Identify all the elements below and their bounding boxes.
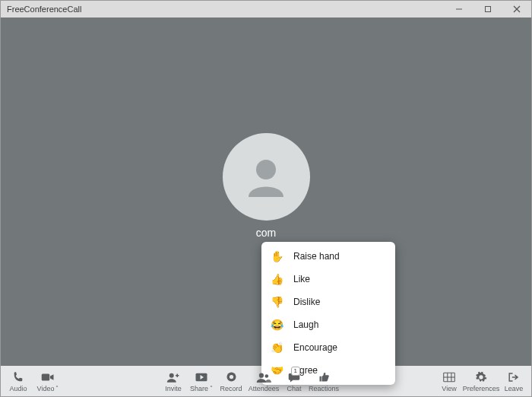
- grid-icon: [443, 370, 455, 384]
- maximize-button[interactable]: [473, 1, 502, 17]
- svg-point-10: [229, 375, 233, 379]
- attendees-icon: [256, 370, 271, 384]
- chevron-up-icon: ˄: [55, 385, 59, 392]
- view-button[interactable]: View: [437, 367, 461, 395]
- svg-point-6: [169, 373, 174, 377]
- gear-icon: [475, 370, 487, 384]
- reaction-label: Like: [293, 274, 310, 284]
- record-button[interactable]: Record: [217, 367, 245, 395]
- svg-rect-1: [486, 7, 491, 12]
- participant-avatar: [223, 133, 310, 221]
- chevron-up-icon: ˄: [210, 385, 213, 392]
- reaction-label: Laugh: [293, 319, 318, 330]
- svg-point-4: [256, 160, 276, 179]
- reaction-like[interactable]: 👍 Like: [261, 268, 395, 291]
- camera-icon: [41, 370, 55, 384]
- reactions-menu: ✋ Raise hand 👍 Like 👎 Dislike 😂 Laugh 👏 …: [261, 242, 395, 385]
- phone-icon: [12, 370, 24, 384]
- minimize-button[interactable]: [445, 1, 473, 17]
- reaction-dislike[interactable]: 👎 Dislike: [261, 291, 395, 313]
- audio-button[interactable]: Audio: [5, 367, 31, 395]
- invite-button[interactable]: Invite: [160, 367, 186, 395]
- person-icon: [239, 150, 293, 203]
- app-title: FreeConferenceCall: [7, 5, 81, 14]
- bottom-toolbar: Audio Video˄ Invite Share˄: [1, 366, 531, 396]
- preferences-button[interactable]: Preferences: [461, 367, 501, 395]
- chat-button[interactable]: 1 Chat: [282, 367, 306, 395]
- reaction-label: Encourage: [293, 342, 337, 353]
- video-button[interactable]: Video˄: [31, 367, 65, 395]
- svg-point-11: [259, 373, 264, 377]
- participant-name: com: [256, 227, 276, 239]
- close-button[interactable]: [502, 1, 531, 17]
- share-button[interactable]: Share˄: [186, 367, 217, 395]
- attendees-button[interactable]: Attendees: [245, 367, 282, 395]
- app-window: FreeConferenceCall com ✋ Raise hand 👍: [0, 0, 532, 397]
- like-icon: 👍: [271, 273, 286, 285]
- leave-button[interactable]: Leave: [501, 367, 527, 395]
- reaction-laugh[interactable]: 😂 Laugh: [261, 313, 395, 336]
- reaction-raise-hand[interactable]: ✋ Raise hand: [261, 245, 395, 268]
- raise-hand-icon: ✋: [271, 250, 286, 262]
- reaction-label: Dislike: [293, 297, 320, 307]
- laugh-icon: 😂: [271, 319, 286, 331]
- share-icon: [195, 370, 208, 384]
- invite-icon: [166, 370, 180, 384]
- reactions-button[interactable]: Reactions: [306, 367, 341, 395]
- svg-rect-5: [42, 373, 50, 380]
- dislike-icon: 👎: [271, 296, 286, 308]
- reaction-encourage[interactable]: 👏 Encourage: [261, 336, 395, 359]
- record-icon: [226, 370, 237, 384]
- chat-badge: 1: [291, 367, 300, 376]
- thumbs-up-icon: [318, 370, 330, 384]
- svg-point-12: [265, 374, 269, 378]
- encourage-icon: 👏: [271, 341, 286, 354]
- video-stage: com ✋ Raise hand 👍 Like 👎 Dislike 😂 Laug…: [1, 17, 531, 366]
- reaction-label: Raise hand: [293, 251, 340, 262]
- title-bar: FreeConferenceCall: [1, 1, 531, 17]
- leave-icon: [508, 370, 520, 384]
